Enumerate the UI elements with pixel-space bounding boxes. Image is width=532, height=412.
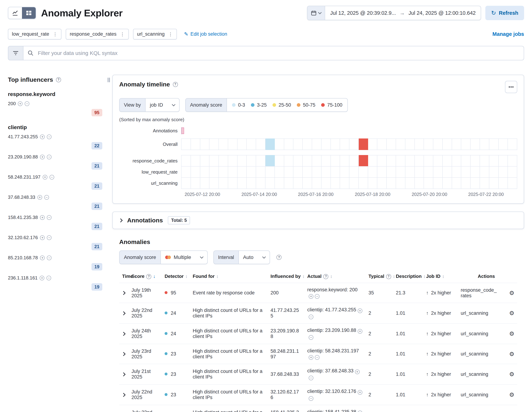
- swimlane-cell[interactable]: [471, 155, 480, 167]
- job-badge-menu-icon[interactable]: ⋮: [168, 32, 173, 37]
- filter-add-icon[interactable]: +: [40, 134, 45, 139]
- edit-job-selection-link[interactable]: ✎ Edit job selection: [184, 31, 227, 37]
- swimlane-cell[interactable]: [228, 155, 238, 167]
- swimlane-cell[interactable]: [377, 139, 387, 150]
- swimlane-cell[interactable]: [181, 139, 191, 150]
- job-badge-menu-icon[interactable]: ⋮: [53, 32, 57, 37]
- swimlane-cell[interactable]: [181, 155, 191, 167]
- swimlane-cell[interactable]: [387, 177, 396, 189]
- swimlane-cell[interactable]: [340, 166, 349, 178]
- job-badge-menu-icon[interactable]: ⋮: [120, 32, 125, 37]
- swimlane-cell[interactable]: [359, 177, 368, 189]
- swimlane-cell[interactable]: [181, 177, 191, 189]
- swimlane-cell[interactable]: [266, 139, 275, 150]
- swimlane-cell[interactable]: [219, 155, 228, 167]
- swimlane-cell[interactable]: [303, 139, 312, 150]
- swimlane-cell[interactable]: [480, 166, 489, 178]
- row-actions-gear-icon[interactable]: ⚙: [509, 351, 514, 357]
- filter-remove-icon[interactable]: −: [315, 355, 320, 360]
- timeline-options-button[interactable]: [505, 81, 517, 93]
- swimlane-cell[interactable]: [499, 166, 508, 178]
- swimlane-cell[interactable]: [443, 166, 452, 178]
- row-actions-gear-icon[interactable]: ⚙: [509, 392, 514, 398]
- severity-select[interactable]: Multiple: [161, 251, 207, 264]
- swimlane-cell[interactable]: [312, 177, 322, 189]
- filter-add-icon[interactable]: +: [309, 355, 313, 360]
- column-header-score[interactable]: Score?↓: [129, 271, 162, 283]
- swimlane-cell[interactable]: [471, 166, 480, 178]
- annotation-mark[interactable]: [181, 128, 184, 134]
- swimlane-cell[interactable]: [266, 177, 275, 189]
- swimlane-cell[interactable]: [452, 155, 461, 167]
- swimlane-cell[interactable]: [405, 177, 415, 189]
- swimlane-cell[interactable]: [415, 177, 424, 189]
- influencer-value-label[interactable]: 32.120.62.176: [8, 235, 38, 240]
- swimlane-cell[interactable]: [284, 139, 294, 150]
- swimlane-cell[interactable]: [200, 177, 210, 189]
- row-actions-gear-icon[interactable]: ⚙: [509, 330, 514, 337]
- filter-remove-icon[interactable]: −: [47, 255, 51, 260]
- expand-row-icon[interactable]: [122, 393, 126, 397]
- swimlane-cell[interactable]: [368, 166, 378, 178]
- swimlane-cell[interactable]: [322, 139, 331, 150]
- swimlane-cell[interactable]: [433, 155, 443, 167]
- swimlane-cell[interactable]: [340, 177, 349, 189]
- job-badge[interactable]: response_code_rates ⋮: [66, 29, 129, 39]
- swimlane-cell[interactable]: [377, 166, 387, 178]
- chevron-right-icon[interactable]: [119, 218, 123, 222]
- swimlane-cell[interactable]: [461, 166, 471, 178]
- refresh-button[interactable]: ↻ Refresh: [485, 6, 524, 20]
- filter-add-icon[interactable]: +: [18, 101, 22, 106]
- swimlane-cell[interactable]: [349, 166, 359, 178]
- swimlane-cell[interactable]: [396, 166, 405, 178]
- swimlane-cell[interactable]: [489, 139, 499, 150]
- swimlane-cell[interactable]: [209, 139, 219, 150]
- swimlane-cell[interactable]: [461, 139, 471, 150]
- swimlane-cell[interactable]: [284, 177, 294, 189]
- swimlane-cell[interactable]: [452, 139, 461, 150]
- swimlane-cell[interactable]: [480, 177, 489, 189]
- filter-menu-button[interactable]: [8, 46, 23, 60]
- expand-row-icon[interactable]: [122, 352, 126, 356]
- swimlane-cell[interactable]: [452, 166, 461, 178]
- swimlane-cell[interactable]: [247, 139, 256, 150]
- swimlane-cell[interactable]: [228, 177, 238, 189]
- column-header-time[interactable]: Time↕: [119, 271, 129, 283]
- filter-remove-icon[interactable]: −: [47, 276, 51, 280]
- filter-add-icon[interactable]: +: [40, 235, 45, 240]
- swimlane-cell[interactable]: [405, 139, 415, 150]
- expand-row-icon[interactable]: [122, 332, 126, 336]
- swimlane-cell[interactable]: [443, 177, 452, 189]
- swimlane-cell[interactable]: [387, 139, 396, 150]
- help-icon[interactable]: ?: [56, 77, 61, 82]
- filter-add-icon[interactable]: +: [355, 369, 360, 374]
- swimlane-cell[interactable]: [489, 166, 499, 178]
- swimlane-cell[interactable]: [284, 166, 294, 178]
- swimlane-cell[interactable]: [499, 177, 508, 189]
- row-actions-gear-icon[interactable]: ⚙: [509, 310, 514, 316]
- filter-remove-icon[interactable]: −: [309, 396, 313, 401]
- filter-add-icon[interactable]: +: [40, 155, 45, 159]
- swimlane-cell[interactable]: [200, 155, 210, 167]
- row-actions-gear-icon[interactable]: ⚙: [509, 371, 514, 377]
- influencer-value-label[interactable]: 37.68.248.33: [8, 195, 35, 200]
- filter-remove-icon[interactable]: −: [315, 294, 320, 299]
- swimlane-cell[interactable]: [508, 139, 517, 150]
- swimlane-cell[interactable]: [284, 155, 294, 167]
- column-header-actual[interactable]: Actual?↕: [304, 271, 366, 283]
- column-header-found-for[interactable]: Found for↕: [190, 271, 268, 283]
- filter-remove-icon[interactable]: −: [309, 335, 313, 340]
- swimlane-cell[interactable]: [377, 155, 387, 167]
- swimlane-cell[interactable]: [424, 177, 433, 189]
- swimlane-cell[interactable]: [499, 139, 508, 150]
- filter-add-icon[interactable]: +: [358, 309, 362, 313]
- filter-remove-icon[interactable]: −: [47, 235, 51, 240]
- column-header-description[interactable]: Description↕: [393, 271, 423, 283]
- swimlane-cell[interactable]: [312, 139, 322, 150]
- swimlane-cell[interactable]: [415, 155, 424, 167]
- swimlane-cell[interactable]: [322, 155, 331, 167]
- date-picker-menu-button[interactable]: [307, 6, 325, 20]
- swimlane-cell[interactable]: [256, 139, 266, 150]
- swimlane-cell[interactable]: [461, 155, 471, 167]
- job-badge[interactable]: low_request_rate ⋮: [8, 29, 61, 39]
